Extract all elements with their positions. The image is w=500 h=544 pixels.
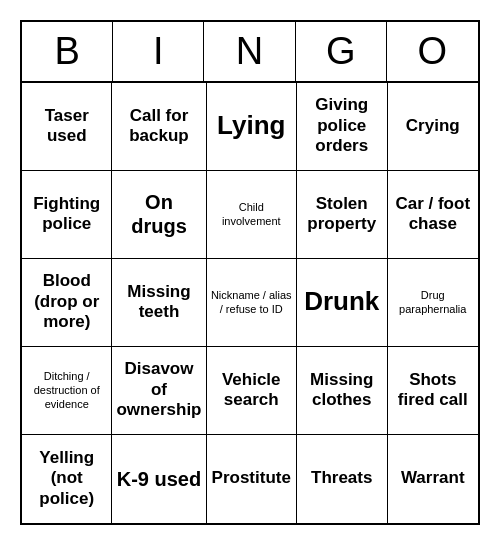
bingo-cell[interactable]: Crying: [388, 83, 479, 171]
bingo-letter: N: [204, 22, 295, 81]
cell-label: K-9 used: [117, 467, 201, 491]
bingo-cell[interactable]: Prostitute: [207, 435, 298, 523]
cell-label: Car / foot chase: [392, 194, 475, 235]
bingo-letter: I: [113, 22, 204, 81]
bingo-cell[interactable]: Vehicle search: [207, 347, 298, 435]
cell-label: Taser used: [26, 106, 107, 147]
cell-label: Ditching / destruction of evidence: [26, 369, 107, 412]
cell-label: Drunk: [304, 286, 379, 317]
bingo-cell[interactable]: Taser used: [22, 83, 112, 171]
bingo-cell[interactable]: Warrant: [388, 435, 479, 523]
cell-label: Crying: [406, 116, 460, 136]
bingo-cell[interactable]: Stolen property: [297, 171, 388, 259]
bingo-cell[interactable]: Blood (drop or more): [22, 259, 112, 347]
cell-label: On drugs: [116, 190, 201, 238]
bingo-cell[interactable]: Nickname / alias / refuse to ID: [207, 259, 298, 347]
cell-label: Threats: [311, 468, 372, 488]
bingo-cell[interactable]: Fighting police: [22, 171, 112, 259]
cell-label: Warrant: [401, 468, 465, 488]
cell-label: Yelling (not police): [26, 448, 107, 509]
cell-label: Nickname / alias / refuse to ID: [211, 288, 293, 317]
bingo-cell[interactable]: Ditching / destruction of evidence: [22, 347, 112, 435]
bingo-cell[interactable]: Drunk: [297, 259, 388, 347]
bingo-cell[interactable]: Disavow of ownership: [112, 347, 206, 435]
cell-label: Shots fired call: [392, 370, 475, 411]
cell-label: Drug paraphernalia: [392, 288, 475, 317]
bingo-cell[interactable]: On drugs: [112, 171, 206, 259]
cell-label: Fighting police: [26, 194, 107, 235]
bingo-cell[interactable]: Child involvement: [207, 171, 298, 259]
cell-label: Prostitute: [212, 468, 291, 488]
bingo-cell[interactable]: Call for backup: [112, 83, 206, 171]
cell-label: Missing teeth: [116, 282, 201, 323]
bingo-letter: G: [296, 22, 387, 81]
cell-label: Stolen property: [301, 194, 383, 235]
cell-label: Child involvement: [211, 200, 293, 229]
cell-label: Disavow of ownership: [116, 359, 201, 420]
bingo-cell[interactable]: Yelling (not police): [22, 435, 112, 523]
bingo-cell[interactable]: Missing clothes: [297, 347, 388, 435]
bingo-letter: B: [22, 22, 113, 81]
cell-label: Missing clothes: [301, 370, 383, 411]
cell-label: Call for backup: [116, 106, 201, 147]
cell-label: Blood (drop or more): [26, 271, 107, 332]
bingo-cell[interactable]: Lying: [207, 83, 298, 171]
bingo-cell[interactable]: Drug paraphernalia: [388, 259, 479, 347]
bingo-cell[interactable]: Shots fired call: [388, 347, 479, 435]
bingo-card: BINGO Taser usedCall for backupLyingGivi…: [20, 20, 480, 525]
bingo-cell[interactable]: Missing teeth: [112, 259, 206, 347]
bingo-cell[interactable]: Car / foot chase: [388, 171, 479, 259]
bingo-cell[interactable]: Threats: [297, 435, 388, 523]
cell-label: Vehicle search: [211, 370, 293, 411]
bingo-cell[interactable]: Giving police orders: [297, 83, 388, 171]
cell-label: Lying: [217, 110, 285, 141]
cell-label: Giving police orders: [301, 95, 383, 156]
bingo-letter: O: [387, 22, 478, 81]
bingo-grid: Taser usedCall for backupLyingGiving pol…: [22, 83, 478, 523]
bingo-cell[interactable]: K-9 used: [112, 435, 206, 523]
bingo-header: BINGO: [22, 22, 478, 83]
